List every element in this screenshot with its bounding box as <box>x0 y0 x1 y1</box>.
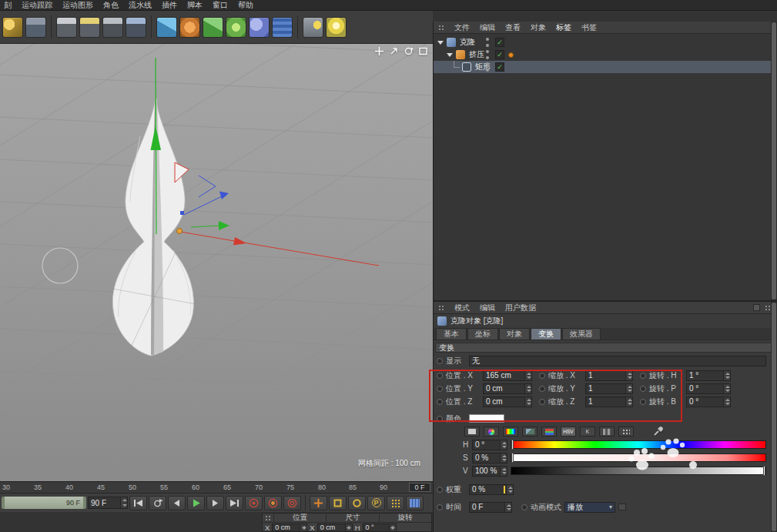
pos-y-field[interactable]: 0 cm <box>483 383 532 394</box>
enable-checkbox[interactable]: ✓ <box>495 50 504 59</box>
presets-mode-icon[interactable] <box>618 427 634 437</box>
spinner[interactable] <box>524 384 531 393</box>
preview-range-slider[interactable]: 90 F <box>2 497 86 509</box>
spinner[interactable] <box>389 524 396 531</box>
rot-h-field[interactable]: 1 ° <box>686 370 731 381</box>
spectrum-mode-icon[interactable] <box>503 427 518 437</box>
om-menu-objects[interactable]: 对象 <box>531 22 546 33</box>
pos-x-field[interactable]: 0 cm <box>272 524 307 532</box>
record-position-button[interactable] <box>310 496 327 510</box>
rgb-sliders-icon[interactable] <box>541 427 557 437</box>
scale-z-field[interactable]: 1 <box>585 396 633 407</box>
floor-icon[interactable] <box>272 17 293 38</box>
menu-item-motion-tracking[interactable]: 运动跟踪 <box>22 0 52 11</box>
z-plane-line[interactable] <box>191 226 220 227</box>
saturation-slider[interactable] <box>511 453 766 462</box>
color-swatch[interactable] <box>469 414 504 423</box>
spinner[interactable] <box>625 371 632 380</box>
record-keyframe-button[interactable] <box>245 496 263 510</box>
anim-dot[interactable] <box>437 504 443 510</box>
extrude-icon[interactable] <box>203 17 223 38</box>
keyframe-selection-button[interactable] <box>283 496 301 510</box>
rot-b-field[interactable]: 0 ° <box>686 396 731 407</box>
orbit-icon[interactable] <box>403 45 414 56</box>
menu-item-pipeline[interactable]: 流水线 <box>129 0 152 11</box>
anim-dot[interactable] <box>640 399 646 405</box>
menu-item[interactable]: 刻 <box>4 0 12 11</box>
spinner[interactable] <box>723 384 730 393</box>
tab-coordinates[interactable]: 坐标 <box>467 328 498 340</box>
weight-field[interactable]: 0 % <box>469 484 514 495</box>
object-name[interactable]: 挤压 <box>469 49 484 60</box>
om-scrollbar[interactable] <box>771 22 777 300</box>
record-pla-button[interactable] <box>387 496 404 510</box>
size-x-field[interactable]: 0 cm <box>317 524 353 532</box>
value-field[interactable]: 100 % <box>472 466 507 477</box>
clapper-icon[interactable] <box>79 17 100 38</box>
record-parameter-button[interactable]: P <box>367 496 385 510</box>
light-icon[interactable] <box>326 17 347 38</box>
wheel-mode-icon[interactable] <box>484 427 499 437</box>
slider-handle[interactable] <box>763 466 765 476</box>
select-tool-icon[interactable] <box>2 17 23 38</box>
spinner[interactable] <box>625 397 632 407</box>
visibility-dots[interactable] <box>486 38 490 47</box>
x-axis-arrow[interactable] <box>233 237 246 246</box>
enable-checkbox[interactable]: ✓ <box>495 62 504 72</box>
time-field[interactable]: 0 F <box>469 502 512 513</box>
tab-basic[interactable]: 基本 <box>436 328 467 340</box>
metaball-icon[interactable] <box>249 17 270 38</box>
spinner[interactable] <box>300 524 306 531</box>
timeline-ruler[interactable]: 30 35 40 45 50 55 60 65 70 75 80 85 90 0… <box>0 481 433 493</box>
om-menu-file[interactable]: 文件 <box>454 22 470 33</box>
spinner[interactable] <box>524 397 531 407</box>
tab-effectors[interactable]: 效果器 <box>562 328 601 340</box>
spinner[interactable] <box>500 440 507 450</box>
transform-section-header[interactable]: 变换 <box>435 343 775 353</box>
object-name[interactable]: 克隆 <box>460 37 475 48</box>
spline-pen-icon[interactable] <box>179 17 200 38</box>
hue-field[interactable]: 0 ° <box>472 440 507 450</box>
anim-dot[interactable] <box>640 373 646 379</box>
anim-dot[interactable] <box>437 487 443 493</box>
om-menu-tags[interactable]: 标签 <box>556 22 571 33</box>
menu-item-script[interactable]: 脚本 <box>187 0 203 11</box>
anim-dot[interactable] <box>521 504 527 510</box>
record-rotation-button[interactable] <box>348 496 366 510</box>
mograph-icon[interactable] <box>226 17 246 38</box>
mixer-mode-icon[interactable] <box>599 427 615 437</box>
om-menu-edit[interactable]: 编辑 <box>480 22 495 33</box>
panel-grip-icon[interactable] <box>438 25 444 31</box>
om-menu-bookmarks[interactable]: 书签 <box>581 22 597 33</box>
x-axis-line[interactable] <box>180 232 379 266</box>
autokey-button[interactable] <box>264 496 282 510</box>
cube-primitive-icon[interactable] <box>156 17 177 38</box>
menu-item-mograph[interactable]: 运动图形 <box>62 0 93 11</box>
detach-handle[interactable] <box>618 504 626 510</box>
anim-dot[interactable] <box>437 373 443 379</box>
current-frame-box[interactable]: 0 F <box>409 483 430 492</box>
clapper-icon[interactable] <box>126 17 146 38</box>
hsv-sliders-button[interactable]: HSV <box>561 427 576 437</box>
spinner[interactable] <box>500 467 507 476</box>
visibility-dots[interactable] <box>486 62 490 72</box>
record-scale-button[interactable] <box>329 496 347 510</box>
kelvin-mode-icon[interactable]: K <box>580 427 595 437</box>
scale-y-field[interactable]: 1 <box>585 383 633 394</box>
display-dropdown[interactable]: 无 <box>469 356 766 366</box>
viewport[interactable]: 网格间距 : 100 cm <box>0 44 433 481</box>
spinner[interactable] <box>345 524 352 531</box>
anim-dot[interactable] <box>437 416 443 422</box>
anim-dot[interactable] <box>437 386 443 392</box>
eyedropper-icon[interactable] <box>652 427 664 437</box>
play-button[interactable] <box>187 496 205 510</box>
timeline-window-button[interactable] <box>406 496 424 510</box>
saturation-field[interactable]: 0 % <box>472 453 507 463</box>
spinner[interactable] <box>120 497 127 508</box>
spinner[interactable] <box>723 371 730 380</box>
image-mode-icon[interactable] <box>522 427 538 437</box>
blue-handle-dot[interactable] <box>180 211 184 215</box>
om-menu-view[interactable]: 查看 <box>505 22 521 33</box>
expand-caret-icon[interactable] <box>447 53 453 57</box>
am-menu-userdata[interactable]: 用户数据 <box>505 303 536 313</box>
